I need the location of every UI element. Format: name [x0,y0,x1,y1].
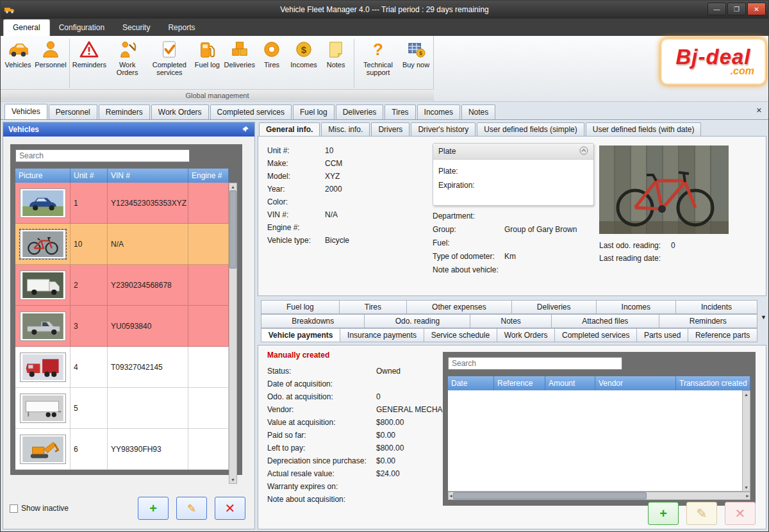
subtab-notes[interactable]: Notes [470,314,552,328]
subtab-work-orders[interactable]: Work Orders [497,328,555,342]
subtab-tires[interactable]: Tires [339,300,407,314]
subtab-parts-used[interactable]: Parts used [636,328,688,342]
maximize-button[interactable]: ❐ [727,3,746,15]
delete-vehicle-button[interactable]: ✕ [215,497,245,520]
payments-search-input[interactable] [448,357,622,370]
column-header-reference[interactable]: Reference [494,376,545,390]
tab-user-fields-date[interactable]: User defined fields (with date) [586,122,702,136]
tab-drivers-history[interactable]: Driver's history [411,122,475,136]
ribbon-item-deliveries[interactable]: Deliveries [223,38,256,70]
more-tabs-dropdown-icon[interactable]: ▼ [761,314,766,320]
subtab-reference-parts[interactable]: Reference parts [688,328,757,342]
ribbon-item-work-orders[interactable]: Work Orders [107,38,147,78]
subtab-deliveries[interactable]: Deliveries [511,300,597,314]
scroll-thumb[interactable] [453,492,647,499]
show-inactive-checkbox[interactable] [10,504,18,513]
ribbon-item-incomes[interactable]: $ Incomes [288,38,320,70]
table-row[interactable]: 4 T09327042145 [15,347,229,388]
subtab-other-expenses[interactable]: Other expenses [406,300,512,314]
menu-tab-reports[interactable]: Reports [159,20,204,36]
table-row[interactable]: 6 YY98390FH93 [15,429,229,470]
tab-completed-services[interactable]: Completed services [210,104,292,119]
subtab-reminders[interactable]: Reminders [659,314,757,328]
table-row[interactable]: 3 YU0593840 [15,306,229,347]
ribbon-item-notes[interactable]: Notes [320,38,352,70]
column-header-picture[interactable]: Picture [15,169,70,183]
table-row-selected[interactable]: 10 N/A [15,224,229,265]
column-header-engine[interactable]: Engine # [188,169,229,183]
subtab-incidents[interactable]: Incidents [675,300,757,314]
minimize-button[interactable]: — [707,3,726,15]
ribbon-item-completed-services[interactable]: Completed services [147,38,191,78]
column-header-vendor[interactable]: Vendor [595,376,676,390]
table-row[interactable]: 2 Y2390234568678 [15,265,229,306]
content-area: Vehicles Picture Unit # VIN # Engine # 1 [1,120,768,531]
tab-reminders[interactable]: Reminders [99,104,150,119]
subtab-completed-services[interactable]: Completed services [554,328,637,342]
add-vehicle-button[interactable]: + [138,497,169,520]
subtab-fuel-log[interactable]: Fuel log [261,300,340,314]
table-row[interactable]: 1 Y1234523035353XYZ [15,183,229,224]
unit-cell: 2 [70,265,108,306]
menu-tab-configuration[interactable]: Configuration [50,20,113,36]
payments-vertical-scrollbar[interactable]: ▲ ▼ [742,390,750,492]
tab-personnel[interactable]: Personnel [49,104,97,119]
delete-payment-button[interactable]: ✕ [725,502,756,525]
ribbon-item-vehicles[interactable]: Vehicles [2,38,34,70]
tab-misc-info[interactable]: Misc. info. [321,122,370,136]
engine-cell [188,388,229,429]
subtab-service-schedule[interactable]: Service schedule [424,328,497,342]
menu-tab-security[interactable]: Security [113,20,159,36]
tab-general-info[interactable]: General info. [259,122,320,136]
tab-work-orders[interactable]: Work Orders [151,104,209,119]
column-header-amount[interactable]: Amount [545,376,595,390]
ribbon-item-reminders[interactable]: Reminders [72,38,107,70]
pin-icon[interactable] [242,126,249,133]
collapse-icon[interactable] [579,146,588,157]
scroll-up-icon[interactable]: ▲ [744,391,748,398]
subtab-incomes[interactable]: Incomes [596,300,676,314]
table-row[interactable]: 5 [15,388,229,429]
column-header-date[interactable]: Date [448,376,494,390]
ribbon-item-tires[interactable]: Tires [256,38,288,70]
column-header-transaction-created[interactable]: Transaction created [676,376,750,390]
vertical-scrollbar[interactable]: ▲ ▼ [229,183,237,484]
ribbon-item-technical-support[interactable]: ? Technical support [356,38,400,78]
subtab-insurance-payments[interactable]: Insurance payments [340,328,424,342]
scroll-up-icon[interactable]: ▲ [231,183,235,190]
edit-vehicle-button[interactable]: ✎ [176,497,207,520]
scroll-down-icon[interactable]: ▼ [231,476,235,483]
pickup-photo [20,312,66,341]
logo-domain-text: .com [731,67,754,76]
scroll-right-icon[interactable]: ► [745,492,750,499]
tab-tires[interactable]: Tires [384,104,415,119]
menu-tab-general[interactable]: General [3,19,50,36]
edit-payment-button[interactable]: ✎ [686,502,717,525]
ribbon-item-personnel[interactable]: Personnel [34,38,67,70]
add-payment-button[interactable]: + [648,502,679,525]
tab-deliveries[interactable]: Deliveries [336,104,384,119]
tab-vehicles[interactable]: Vehicles [4,104,47,119]
bj-deal-logo[interactable]: Bj-deal .com [662,40,765,83]
subtab-breakdowns[interactable]: Breakdowns [261,314,365,328]
payments-horizontal-scrollbar[interactable]: ◄ ► [448,492,750,500]
tab-user-fields-simple[interactable]: User defined fields (simple) [477,122,584,136]
tab-drivers[interactable]: Drivers [371,122,409,136]
column-header-vin[interactable]: VIN # [108,169,188,183]
column-header-unit[interactable]: Unit # [70,169,108,183]
scroll-down-icon[interactable]: ▼ [744,484,748,491]
payments-grid-body[interactable] [448,390,742,492]
tab-close-icon[interactable]: ✕ [756,106,762,115]
subtab-vehicle-payments[interactable]: Vehicle payments [261,328,340,342]
tab-fuel-log[interactable]: Fuel log [293,104,335,119]
close-button[interactable]: ✕ [747,3,766,15]
ribbon-item-fuel-log[interactable]: Fuel log [191,38,223,70]
subtab-attached-files[interactable]: Attached files [551,314,659,328]
tab-notes[interactable]: Notes [461,104,495,119]
ribbon-item-buy-now[interactable]: $ Buy now [400,38,432,70]
vehicles-search-input[interactable] [15,149,190,162]
scroll-left-icon[interactable]: ◄ [449,492,453,499]
tab-incomes[interactable]: Incomes [417,104,460,119]
subtab-odo-reading[interactable]: Odo. reading [364,314,470,328]
scroll-thumb[interactable] [229,190,236,269]
